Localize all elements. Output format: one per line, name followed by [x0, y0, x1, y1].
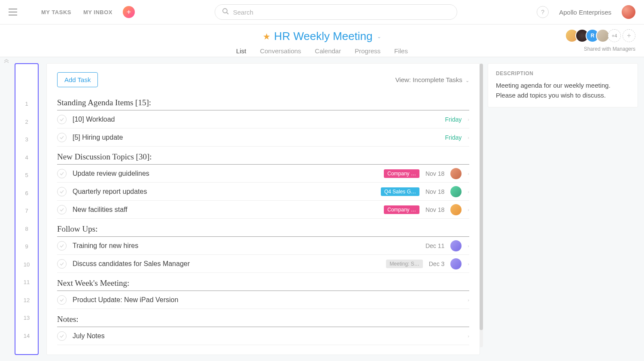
- star-icon[interactable]: ★: [263, 31, 270, 42]
- line-number: 1: [15, 95, 38, 113]
- nav-my-tasks[interactable]: MY TASKS: [41, 9, 71, 15]
- section-header[interactable]: Follow Ups:: [57, 221, 469, 237]
- complete-checkbox[interactable]: [57, 331, 67, 341]
- line-number: 14: [15, 327, 38, 345]
- more-members-button[interactable]: +4: [608, 29, 621, 42]
- top-nav: MY TASKS MY INBOX: [41, 9, 112, 15]
- chevron-right-icon: ›: [468, 297, 469, 303]
- task-title: July Notes: [73, 332, 462, 340]
- complete-checkbox[interactable]: [57, 187, 67, 196]
- chevron-down-icon: ⌄: [465, 78, 469, 83]
- project-members: R +4 +: [568, 29, 635, 43]
- line-number: 11: [15, 273, 38, 291]
- scrollbar[interactable]: [480, 64, 483, 347]
- task-assignee-avatar[interactable]: [450, 186, 462, 197]
- line-number-gutter: 1234567891011121314: [15, 63, 39, 355]
- line-number: 7: [15, 202, 38, 220]
- task-title: Discuss candidates for Sales Manager: [73, 260, 380, 268]
- task-tag[interactable]: Company …: [384, 169, 419, 178]
- search-field[interactable]: [215, 4, 457, 20]
- task-row[interactable]: Discuss candidates for Sales ManagerMeet…: [57, 255, 469, 273]
- line-number: 8: [15, 220, 38, 238]
- task-title: Quarterly report updates: [73, 188, 375, 196]
- task-title: Update review guidelines: [73, 170, 378, 177]
- svg-point-0: [223, 9, 227, 13]
- complete-checkbox[interactable]: [57, 241, 67, 251]
- task-title: [5] Hiring update: [73, 134, 439, 141]
- section-header[interactable]: New Discussion Topics [30]:: [57, 149, 469, 165]
- task-tag[interactable]: Company …: [384, 205, 419, 214]
- task-row[interactable]: July Notes›: [57, 327, 469, 345]
- org-switcher[interactable]: Apollo Enterprises: [559, 9, 611, 16]
- task-assignee-avatar[interactable]: [450, 168, 462, 179]
- task-title: Product Update: New iPad Version: [73, 296, 462, 304]
- chevron-right-icon: ›: [468, 117, 469, 122]
- body: 1234567891011121314 Add Task View: Incom…: [0, 57, 644, 361]
- project-title[interactable]: ★ HR Weekly Meeting ⌄: [263, 30, 381, 43]
- task-due-date: Nov 18: [425, 188, 444, 195]
- description-card[interactable]: DESCRIPTION Meeting agenda for our weekl…: [488, 63, 638, 107]
- view-selector-label: View: Incomplete Tasks: [395, 76, 462, 83]
- task-due-date: Friday: [445, 134, 462, 141]
- line-number: 13: [15, 309, 38, 327]
- section-header[interactable]: Standing Agenda Items [15]:: [57, 95, 469, 110]
- chevron-right-icon: ›: [468, 261, 469, 266]
- sharing-link[interactable]: Shared with Managers: [584, 46, 635, 52]
- help-button[interactable]: ?: [537, 6, 549, 18]
- task-assignee-avatar[interactable]: [450, 258, 462, 269]
- task-due-date: Nov 18: [425, 170, 444, 177]
- task-row[interactable]: [5] Hiring updateFriday›: [57, 128, 469, 147]
- chevron-right-icon: ›: [468, 333, 469, 339]
- section-header[interactable]: Next Week's Meeting:: [57, 275, 469, 291]
- task-row[interactable]: Training for new hiresDec 11›: [57, 237, 469, 255]
- line-number: 4: [15, 149, 38, 167]
- task-row[interactable]: [10] WorkloadFriday›: [57, 110, 469, 128]
- task-assignee-avatar[interactable]: [450, 240, 462, 251]
- line-number: 2: [15, 113, 38, 131]
- line-number: 10: [15, 256, 38, 274]
- user-avatar[interactable]: [622, 5, 635, 19]
- complete-checkbox[interactable]: [57, 115, 67, 124]
- chevron-right-icon: ›: [468, 135, 469, 140]
- view-selector[interactable]: View: Incomplete Tasks ⌄: [395, 76, 469, 83]
- sidebar-expand[interactable]: [0, 57, 13, 361]
- description-label: DESCRIPTION: [496, 70, 630, 76]
- hamburger-icon[interactable]: [9, 9, 17, 15]
- complete-checkbox[interactable]: [57, 133, 67, 142]
- task-row[interactable]: Product Update: New iPad Version›: [57, 291, 469, 309]
- task-row[interactable]: Quarterly report updatesQ4 Sales G…Nov 1…: [57, 183, 469, 201]
- nav-my-inbox[interactable]: MY INBOX: [83, 9, 112, 15]
- task-tag[interactable]: Q4 Sales G…: [381, 187, 419, 196]
- add-member-button[interactable]: +: [623, 29, 635, 42]
- task-title: New facilities staff: [73, 206, 378, 214]
- project-title-text: HR Weekly Meeting: [274, 30, 372, 43]
- add-task-button[interactable]: Add Task: [57, 72, 98, 87]
- line-number: 12: [15, 291, 38, 309]
- line-number: 5: [15, 166, 38, 184]
- new-item-button[interactable]: +: [123, 6, 135, 18]
- project-header: ★ HR Weekly Meeting ⌄ List Conversations…: [0, 24, 644, 57]
- chevron-right-icon: ›: [468, 243, 469, 248]
- task-title: Training for new hires: [73, 242, 419, 250]
- search-input[interactable]: [233, 9, 450, 16]
- chevron-down-icon[interactable]: ⌄: [377, 34, 381, 40]
- task-row[interactable]: New facilities staffCompany …Nov 18›: [57, 201, 469, 219]
- line-number: 3: [15, 131, 38, 149]
- complete-checkbox[interactable]: [57, 259, 67, 269]
- complete-checkbox[interactable]: [57, 295, 67, 305]
- task-due-date: Nov 18: [425, 206, 444, 213]
- chevron-right-icon: ›: [468, 207, 469, 212]
- task-title: [10] Workload: [73, 116, 439, 123]
- side-panel: DESCRIPTION Meeting agenda for our weekl…: [488, 63, 638, 355]
- line-number: 9: [15, 238, 38, 256]
- task-row[interactable]: Update review guidelinesCompany …Nov 18›: [57, 165, 469, 183]
- complete-checkbox[interactable]: [57, 205, 67, 214]
- task-due-date: Dec 3: [429, 260, 445, 267]
- task-list-panel: Add Task View: Incomplete Tasks ⌄ Standi…: [46, 63, 480, 355]
- section-header[interactable]: Notes:: [57, 312, 469, 327]
- task-tag[interactable]: Meeting: S…: [386, 260, 422, 268]
- chevron-right-icon: ›: [468, 171, 469, 176]
- complete-checkbox[interactable]: [57, 169, 67, 178]
- top-bar: MY TASKS MY INBOX + ? Apollo Enterprises: [0, 0, 644, 24]
- task-assignee-avatar[interactable]: [450, 204, 462, 215]
